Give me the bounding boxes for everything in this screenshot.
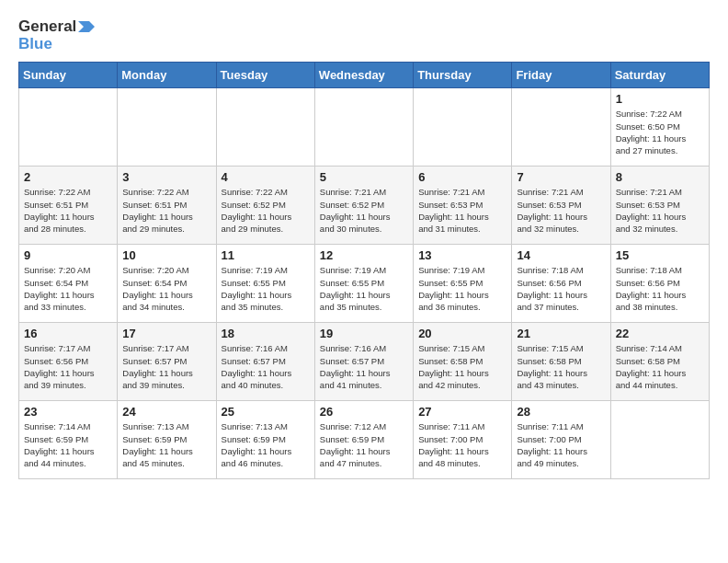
- calendar-cell: 1Sunrise: 7:22 AM Sunset: 6:50 PM Daylig…: [610, 88, 709, 167]
- calendar-cell: [610, 401, 709, 479]
- calendar-cell: 18Sunrise: 7:16 AM Sunset: 6:57 PM Dayli…: [216, 323, 314, 401]
- calendar-cell: 28Sunrise: 7:11 AM Sunset: 7:00 PM Dayli…: [512, 401, 610, 479]
- calendar-cell: [19, 88, 118, 167]
- col-header-friday: Friday: [512, 63, 610, 88]
- calendar-cell: [512, 88, 610, 167]
- day-number: 8: [616, 170, 704, 184]
- day-info: Sunrise: 7:22 AM Sunset: 6:50 PM Dayligh…: [616, 108, 704, 156]
- col-header-tuesday: Tuesday: [216, 63, 314, 88]
- col-header-wednesday: Wednesday: [314, 63, 413, 88]
- day-info: Sunrise: 7:21 AM Sunset: 6:52 PM Dayligh…: [320, 186, 408, 235]
- calendar-cell: 12Sunrise: 7:19 AM Sunset: 6:55 PM Dayli…: [314, 245, 413, 323]
- day-number: 1: [616, 92, 704, 106]
- calendar-cell: 25Sunrise: 7:13 AM Sunset: 6:59 PM Dayli…: [216, 401, 314, 479]
- day-number: 10: [122, 248, 210, 262]
- calendar-cell: 10Sunrise: 7:20 AM Sunset: 6:54 PM Dayli…: [118, 245, 216, 323]
- day-number: 5: [320, 170, 408, 184]
- day-number: 15: [616, 248, 704, 262]
- calendar-cell: [314, 88, 413, 167]
- calendar-week-2: 2Sunrise: 7:22 AM Sunset: 6:51 PM Daylig…: [19, 167, 710, 245]
- day-info: Sunrise: 7:19 AM Sunset: 6:55 PM Dayligh…: [418, 264, 506, 313]
- day-number: 7: [517, 170, 605, 184]
- calendar-cell: 19Sunrise: 7:16 AM Sunset: 6:57 PM Dayli…: [314, 323, 413, 401]
- day-info: Sunrise: 7:18 AM Sunset: 6:56 PM Dayligh…: [616, 264, 704, 313]
- day-number: 23: [24, 405, 112, 419]
- col-header-sunday: Sunday: [19, 63, 118, 88]
- day-info: Sunrise: 7:22 AM Sunset: 6:51 PM Dayligh…: [24, 186, 112, 235]
- col-header-thursday: Thursday: [414, 63, 512, 88]
- col-header-monday: Monday: [118, 63, 216, 88]
- day-number: 11: [222, 248, 310, 262]
- logo: General Blue: [18, 18, 95, 52]
- col-header-saturday: Saturday: [610, 63, 709, 88]
- logo-arrow-icon: [78, 19, 95, 34]
- day-number: 18: [222, 327, 310, 340]
- day-info: Sunrise: 7:20 AM Sunset: 6:54 PM Dayligh…: [122, 264, 210, 313]
- calendar-cell: [216, 88, 314, 167]
- day-number: 28: [517, 405, 605, 419]
- calendar-cell: 26Sunrise: 7:12 AM Sunset: 6:59 PM Dayli…: [314, 401, 413, 479]
- day-info: Sunrise: 7:18 AM Sunset: 6:56 PM Dayligh…: [517, 264, 605, 313]
- day-info: Sunrise: 7:16 AM Sunset: 6:57 PM Dayligh…: [320, 342, 408, 391]
- day-number: 20: [418, 327, 506, 340]
- day-info: Sunrise: 7:15 AM Sunset: 6:58 PM Dayligh…: [517, 342, 605, 391]
- day-info: Sunrise: 7:13 AM Sunset: 6:59 PM Dayligh…: [222, 420, 310, 469]
- day-number: 4: [222, 170, 310, 184]
- day-number: 3: [122, 170, 210, 184]
- calendar-cell: 8Sunrise: 7:21 AM Sunset: 6:53 PM Daylig…: [610, 167, 709, 245]
- day-number: 19: [320, 327, 408, 340]
- day-info: Sunrise: 7:21 AM Sunset: 6:53 PM Dayligh…: [418, 186, 506, 235]
- day-number: 26: [320, 405, 408, 419]
- calendar-cell: 4Sunrise: 7:22 AM Sunset: 6:52 PM Daylig…: [216, 167, 314, 245]
- calendar-cell: 27Sunrise: 7:11 AM Sunset: 7:00 PM Dayli…: [414, 401, 512, 479]
- calendar-cell: 24Sunrise: 7:13 AM Sunset: 6:59 PM Dayli…: [118, 401, 216, 479]
- calendar-cell: 6Sunrise: 7:21 AM Sunset: 6:53 PM Daylig…: [414, 167, 512, 245]
- day-info: Sunrise: 7:19 AM Sunset: 6:55 PM Dayligh…: [320, 264, 408, 313]
- day-info: Sunrise: 7:19 AM Sunset: 6:55 PM Dayligh…: [222, 264, 310, 313]
- day-number: 25: [222, 405, 310, 419]
- calendar-cell: 15Sunrise: 7:18 AM Sunset: 6:56 PM Dayli…: [610, 245, 709, 323]
- day-info: Sunrise: 7:22 AM Sunset: 6:52 PM Dayligh…: [222, 186, 310, 235]
- calendar-cell: 21Sunrise: 7:15 AM Sunset: 6:58 PM Dayli…: [512, 323, 610, 401]
- calendar-cell: 11Sunrise: 7:19 AM Sunset: 6:55 PM Dayli…: [216, 245, 314, 323]
- day-info: Sunrise: 7:16 AM Sunset: 6:57 PM Dayligh…: [222, 342, 310, 391]
- day-number: 14: [517, 248, 605, 262]
- calendar-cell: [414, 88, 512, 167]
- calendar-cell: 5Sunrise: 7:21 AM Sunset: 6:52 PM Daylig…: [314, 167, 413, 245]
- day-info: Sunrise: 7:15 AM Sunset: 6:58 PM Dayligh…: [418, 342, 506, 391]
- logo-blue-text: Blue: [18, 36, 95, 53]
- day-number: 9: [24, 248, 112, 262]
- calendar-cell: 22Sunrise: 7:14 AM Sunset: 6:58 PM Dayli…: [610, 323, 709, 401]
- calendar-cell: 23Sunrise: 7:14 AM Sunset: 6:59 PM Dayli…: [19, 401, 118, 479]
- day-info: Sunrise: 7:13 AM Sunset: 6:59 PM Dayligh…: [122, 420, 210, 469]
- calendar-cell: 16Sunrise: 7:17 AM Sunset: 6:56 PM Dayli…: [19, 323, 118, 401]
- calendar-cell: 3Sunrise: 7:22 AM Sunset: 6:51 PM Daylig…: [118, 167, 216, 245]
- day-info: Sunrise: 7:12 AM Sunset: 6:59 PM Dayligh…: [320, 420, 408, 469]
- logo-general-text: General: [18, 18, 76, 36]
- calendar-cell: 13Sunrise: 7:19 AM Sunset: 6:55 PM Dayli…: [414, 245, 512, 323]
- calendar-week-3: 9Sunrise: 7:20 AM Sunset: 6:54 PM Daylig…: [19, 245, 710, 323]
- calendar-cell: 20Sunrise: 7:15 AM Sunset: 6:58 PM Dayli…: [414, 323, 512, 401]
- day-number: 27: [418, 405, 506, 419]
- day-info: Sunrise: 7:17 AM Sunset: 6:57 PM Dayligh…: [122, 342, 210, 391]
- calendar-header-row: SundayMondayTuesdayWednesdayThursdayFrid…: [19, 63, 710, 88]
- calendar-cell: [118, 88, 216, 167]
- day-info: Sunrise: 7:20 AM Sunset: 6:54 PM Dayligh…: [24, 264, 112, 313]
- day-number: 24: [122, 405, 210, 419]
- calendar-cell: 14Sunrise: 7:18 AM Sunset: 6:56 PM Dayli…: [512, 245, 610, 323]
- day-info: Sunrise: 7:17 AM Sunset: 6:56 PM Dayligh…: [24, 342, 112, 391]
- svg-marker-0: [78, 21, 95, 32]
- day-number: 21: [517, 327, 605, 340]
- calendar-cell: 9Sunrise: 7:20 AM Sunset: 6:54 PM Daylig…: [19, 245, 118, 323]
- calendar-cell: 17Sunrise: 7:17 AM Sunset: 6:57 PM Dayli…: [118, 323, 216, 401]
- day-info: Sunrise: 7:14 AM Sunset: 6:59 PM Dayligh…: [24, 420, 112, 469]
- day-number: 2: [24, 170, 112, 184]
- day-info: Sunrise: 7:11 AM Sunset: 7:00 PM Dayligh…: [418, 420, 506, 469]
- day-number: 12: [320, 248, 408, 262]
- day-info: Sunrise: 7:22 AM Sunset: 6:51 PM Dayligh…: [122, 186, 210, 235]
- calendar-cell: 7Sunrise: 7:21 AM Sunset: 6:53 PM Daylig…: [512, 167, 610, 245]
- day-info: Sunrise: 7:11 AM Sunset: 7:00 PM Dayligh…: [517, 420, 605, 469]
- day-number: 6: [418, 170, 506, 184]
- calendar-week-1: 1Sunrise: 7:22 AM Sunset: 6:50 PM Daylig…: [19, 88, 710, 167]
- day-number: 17: [122, 327, 210, 340]
